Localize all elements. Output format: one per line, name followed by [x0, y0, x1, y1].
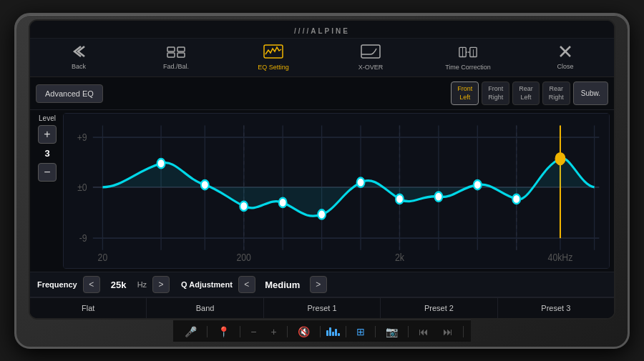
nav-fad-bal[interactable]: Fad./Bal.: [127, 41, 225, 74]
pin-icon[interactable]: 📍: [213, 325, 234, 339]
nav-eq-label: EQ Setting: [258, 64, 289, 71]
divider-6: [375, 326, 376, 337]
nav-bar: Back Fad./Bal.: [30, 39, 614, 77]
divider-8: [463, 326, 464, 337]
svg-point-52: [555, 153, 565, 165]
fad-bal-icon: [166, 45, 186, 61]
q-right-button[interactable]: >: [310, 276, 327, 293]
divider-3: [287, 326, 288, 337]
divider-7: [408, 326, 409, 337]
channel-row: Advanced EQ FrontLeft FrontRight RearLef…: [30, 77, 614, 110]
nav-time[interactable]: Time Correction: [419, 41, 517, 74]
frequency-right-button[interactable]: >: [152, 276, 170, 293]
divider-5: [346, 326, 346, 337]
brand-bar: ////ALPINE: [30, 21, 614, 39]
nav-time-label: Time Correction: [445, 64, 491, 71]
channel-tab-rr[interactable]: RearRight: [542, 81, 570, 105]
preset-flat-button[interactable]: Flat: [30, 298, 147, 318]
frequency-label: Frequency: [37, 280, 77, 289]
svg-point-44: [240, 202, 248, 211]
eq-graph[interactable]: +9 ±0 -9 20 200 2k 40kHz: [63, 113, 610, 269]
camera-icon[interactable]: 📷: [381, 325, 402, 339]
eq-area: Level + 3 −: [30, 110, 614, 272]
main-content: Advanced EQ FrontLeft FrontRight RearLef…: [30, 77, 614, 318]
svg-text:40kHz: 40kHz: [548, 252, 573, 263]
svg-point-45: [279, 198, 287, 207]
q-adjustment-label: Q Adjustment: [181, 280, 233, 289]
nav-back-label: Back: [72, 63, 86, 70]
svg-rect-5: [361, 45, 380, 58]
frequency-value: 25k: [106, 280, 132, 290]
time-icon: [458, 44, 478, 62]
nav-fad-bal-label: Fad./Bal.: [163, 63, 189, 70]
svg-point-49: [434, 192, 442, 202]
level-plus-button[interactable]: +: [38, 125, 57, 144]
screen: ////ALPINE Back: [29, 19, 615, 320]
brand-logo: ////ALPINE: [294, 27, 350, 35]
level-control: Level + 3 −: [34, 113, 60, 269]
level-minus-button[interactable]: −: [38, 163, 57, 182]
frequency-bar: Frequency < 25k Hz > Q Adjustment < Medi…: [30, 272, 614, 297]
svg-point-50: [474, 180, 482, 189]
svg-point-46: [318, 210, 326, 219]
svg-text:20: 20: [98, 252, 108, 263]
volume-down-icon[interactable]: −: [246, 325, 260, 339]
mic-icon[interactable]: 🎤: [180, 325, 201, 339]
nav-eq[interactable]: EQ Setting: [225, 41, 322, 74]
svg-text:2k: 2k: [395, 252, 404, 263]
level-label: Level: [39, 114, 56, 122]
grid-icon[interactable]: ⊞: [352, 325, 369, 339]
mute-icon[interactable]: 🔇: [293, 325, 314, 339]
preset-2-button[interactable]: Preset 2: [381, 298, 497, 318]
nav-close-label: Close: [557, 63, 573, 70]
svg-point-42: [157, 159, 165, 168]
divider-2: [240, 326, 240, 337]
advanced-eq-button[interactable]: Advanced EQ: [36, 84, 103, 103]
preset-bar: Flat Band Preset 1 Preset 2 Preset 3: [30, 297, 614, 318]
nav-xover[interactable]: X-OVER: [322, 41, 419, 74]
svg-text:±0: ±0: [77, 182, 87, 193]
preset-band-button[interactable]: Band: [147, 298, 263, 318]
back-icon: [71, 45, 87, 61]
close-icon: [559, 45, 572, 61]
channel-tab-fl[interactable]: FrontLeft: [451, 81, 479, 105]
eq-icon: [263, 44, 283, 62]
channel-tab-rl[interactable]: RearLeft: [512, 81, 540, 105]
frequency-unit: Hz: [137, 280, 147, 289]
svg-point-51: [512, 194, 520, 204]
level-value: 3: [44, 145, 49, 162]
bottom-controls: 🎤 📍 − + 🔇 ⊞ 📷 ⏮ ⏭: [173, 320, 470, 342]
next-icon[interactable]: ⏭: [439, 325, 457, 339]
nav-xover-label: X-OVER: [358, 64, 384, 71]
divider-1: [207, 326, 208, 337]
svg-text:+9: +9: [77, 132, 87, 143]
channel-tabs: FrontLeft FrontRight RearLeft RearRight …: [451, 81, 608, 105]
volume-up-icon[interactable]: +: [267, 325, 281, 339]
nav-close[interactable]: Close: [517, 41, 614, 74]
frequency-left-button[interactable]: <: [83, 276, 100, 293]
svg-point-48: [396, 194, 404, 204]
divider-4: [320, 326, 321, 337]
preset-3-button[interactable]: Preset 3: [498, 298, 614, 318]
svg-rect-3: [177, 53, 185, 57]
svg-text:200: 200: [237, 252, 252, 263]
subwoofer-button[interactable]: Subw.: [573, 81, 608, 105]
nav-back[interactable]: Back: [30, 41, 127, 74]
svg-text:-9: -9: [79, 232, 87, 244]
prev-icon[interactable]: ⏮: [414, 325, 433, 339]
channel-tab-fr[interactable]: FrontRight: [482, 81, 509, 105]
svg-point-47: [357, 178, 365, 187]
q-left-button[interactable]: <: [238, 276, 255, 293]
preset-1-button[interactable]: Preset 1: [264, 298, 381, 318]
q-adjustment-value: Medium: [261, 280, 304, 290]
svg-rect-0: [167, 47, 175, 51]
svg-rect-1: [177, 47, 185, 51]
music-icon[interactable]: [326, 327, 340, 336]
xover-icon: [361, 44, 381, 62]
svg-rect-2: [167, 53, 175, 57]
svg-point-43: [201, 180, 209, 189]
device-frame: ////ALPINE Back: [14, 13, 630, 349]
